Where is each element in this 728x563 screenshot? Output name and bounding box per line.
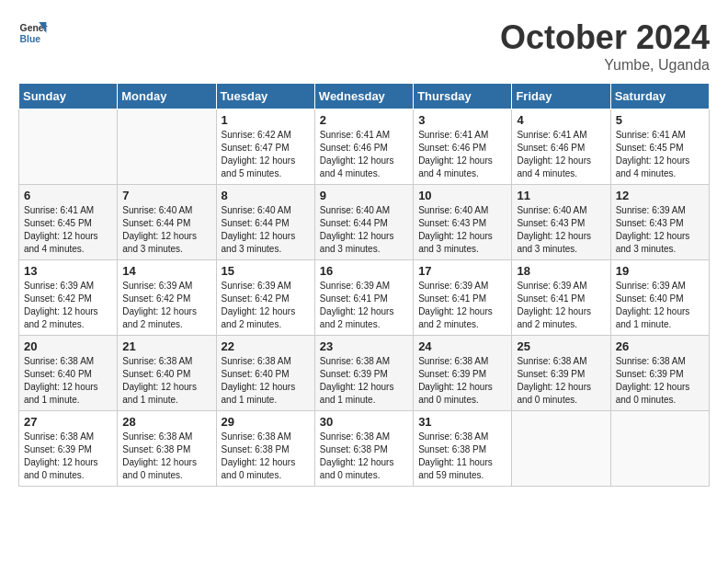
- calendar-cell: 30Sunrise: 6:38 AM Sunset: 6:38 PM Dayli…: [314, 411, 413, 487]
- calendar-cell: [118, 109, 216, 185]
- calendar-cell: 2Sunrise: 6:41 AM Sunset: 6:46 PM Daylig…: [314, 109, 413, 185]
- calendar-cell: 6Sunrise: 6:41 AM Sunset: 6:45 PM Daylig…: [19, 185, 118, 260]
- day-number: 15: [222, 264, 310, 278]
- cell-info: Sunrise: 6:40 AM Sunset: 6:44 PM Dayligh…: [320, 204, 408, 256]
- cell-info: Sunrise: 6:40 AM Sunset: 6:44 PM Dayligh…: [222, 204, 310, 256]
- day-number: 16: [320, 264, 408, 278]
- cell-info: Sunrise: 6:39 AM Sunset: 6:42 PM Dayligh…: [122, 280, 210, 331]
- title-block: October 2024 Yumbe, Uganda: [500, 18, 710, 74]
- calendar-cell: 9Sunrise: 6:40 AM Sunset: 6:44 PM Daylig…: [314, 185, 413, 260]
- day-number: 6: [24, 189, 112, 202]
- svg-text:Blue: Blue: [20, 34, 41, 44]
- cell-info: Sunrise: 6:38 AM Sunset: 6:38 PM Dayligh…: [418, 431, 506, 482]
- day-number: 30: [320, 415, 408, 429]
- weekday-header: Thursday: [414, 84, 512, 109]
- calendar-cell: 4Sunrise: 6:41 AM Sunset: 6:46 PM Daylig…: [512, 109, 610, 185]
- weekday-header: Saturday: [610, 84, 709, 109]
- weekday-header: Tuesday: [216, 84, 314, 109]
- calendar-table: SundayMondayTuesdayWednesdayThursdayFrid…: [18, 83, 710, 487]
- calendar-cell: 10Sunrise: 6:40 AM Sunset: 6:43 PM Dayli…: [414, 185, 512, 260]
- calendar-cell: 29Sunrise: 6:38 AM Sunset: 6:38 PM Dayli…: [216, 411, 314, 487]
- day-number: 28: [122, 415, 210, 429]
- location: Yumbe, Uganda: [500, 57, 710, 74]
- day-number: 22: [222, 339, 310, 353]
- cell-info: Sunrise: 6:39 AM Sunset: 6:43 PM Dayligh…: [616, 204, 704, 256]
- day-number: 8: [222, 189, 310, 202]
- day-number: 1: [222, 113, 310, 127]
- cell-info: Sunrise: 6:38 AM Sunset: 6:40 PM Dayligh…: [122, 355, 210, 407]
- cell-info: Sunrise: 6:38 AM Sunset: 6:39 PM Dayligh…: [320, 355, 408, 407]
- calendar-week-row: 6Sunrise: 6:41 AM Sunset: 6:45 PM Daylig…: [19, 185, 710, 260]
- day-number: 3: [418, 113, 506, 127]
- cell-info: Sunrise: 6:38 AM Sunset: 6:40 PM Dayligh…: [24, 355, 112, 407]
- cell-info: Sunrise: 6:41 AM Sunset: 6:45 PM Dayligh…: [24, 204, 112, 256]
- calendar-cell: 14Sunrise: 6:39 AM Sunset: 6:42 PM Dayli…: [118, 260, 216, 336]
- day-number: 23: [320, 339, 408, 353]
- cell-info: Sunrise: 6:38 AM Sunset: 6:39 PM Dayligh…: [418, 355, 506, 407]
- day-number: 7: [122, 189, 210, 202]
- cell-info: Sunrise: 6:39 AM Sunset: 6:40 PM Dayligh…: [616, 280, 704, 331]
- day-number: 2: [320, 113, 408, 127]
- calendar-week-row: 1Sunrise: 6:42 AM Sunset: 6:47 PM Daylig…: [19, 109, 710, 185]
- logo: General Blue: [18, 18, 48, 48]
- day-number: 17: [418, 264, 506, 278]
- day-number: 9: [320, 189, 408, 202]
- calendar-cell: 28Sunrise: 6:38 AM Sunset: 6:38 PM Dayli…: [118, 411, 216, 487]
- cell-info: Sunrise: 6:40 AM Sunset: 6:43 PM Dayligh…: [418, 204, 506, 256]
- calendar-cell: 19Sunrise: 6:39 AM Sunset: 6:40 PM Dayli…: [610, 260, 709, 336]
- day-number: 10: [418, 189, 506, 202]
- page-header: General Blue October 2024 Yumbe, Uganda: [18, 18, 710, 74]
- day-number: 4: [517, 113, 605, 127]
- calendar-cell: 3Sunrise: 6:41 AM Sunset: 6:46 PM Daylig…: [414, 109, 512, 185]
- calendar-cell: [610, 411, 709, 487]
- day-number: 11: [517, 189, 605, 202]
- calendar-cell: [512, 411, 610, 487]
- cell-info: Sunrise: 6:39 AM Sunset: 6:41 PM Dayligh…: [517, 280, 605, 331]
- calendar-cell: 20Sunrise: 6:38 AM Sunset: 6:40 PM Dayli…: [19, 336, 118, 411]
- weekday-header: Sunday: [19, 84, 118, 109]
- calendar-cell: 5Sunrise: 6:41 AM Sunset: 6:45 PM Daylig…: [610, 109, 709, 185]
- day-number: 18: [517, 264, 605, 278]
- cell-info: Sunrise: 6:38 AM Sunset: 6:38 PM Dayligh…: [222, 431, 310, 482]
- cell-info: Sunrise: 6:38 AM Sunset: 6:39 PM Dayligh…: [24, 431, 112, 482]
- calendar-cell: 23Sunrise: 6:38 AM Sunset: 6:39 PM Dayli…: [314, 336, 413, 411]
- calendar-cell: 11Sunrise: 6:40 AM Sunset: 6:43 PM Dayli…: [512, 185, 610, 260]
- cell-info: Sunrise: 6:38 AM Sunset: 6:39 PM Dayligh…: [517, 355, 605, 407]
- calendar-cell: 7Sunrise: 6:40 AM Sunset: 6:44 PM Daylig…: [118, 185, 216, 260]
- calendar-cell: 25Sunrise: 6:38 AM Sunset: 6:39 PM Dayli…: [512, 336, 610, 411]
- day-number: 26: [616, 339, 704, 353]
- calendar-cell: 12Sunrise: 6:39 AM Sunset: 6:43 PM Dayli…: [610, 185, 709, 260]
- month-title: October 2024: [500, 18, 710, 57]
- day-number: 12: [616, 189, 704, 202]
- cell-info: Sunrise: 6:38 AM Sunset: 6:38 PM Dayligh…: [320, 431, 408, 482]
- calendar-cell: 17Sunrise: 6:39 AM Sunset: 6:41 PM Dayli…: [414, 260, 512, 336]
- calendar-cell: 26Sunrise: 6:38 AM Sunset: 6:39 PM Dayli…: [610, 336, 709, 411]
- calendar-cell: 18Sunrise: 6:39 AM Sunset: 6:41 PM Dayli…: [512, 260, 610, 336]
- cell-info: Sunrise: 6:38 AM Sunset: 6:40 PM Dayligh…: [222, 355, 310, 407]
- calendar-cell: 8Sunrise: 6:40 AM Sunset: 6:44 PM Daylig…: [216, 185, 314, 260]
- cell-info: Sunrise: 6:41 AM Sunset: 6:46 PM Dayligh…: [418, 129, 506, 180]
- calendar-cell: 13Sunrise: 6:39 AM Sunset: 6:42 PM Dayli…: [19, 260, 118, 336]
- cell-info: Sunrise: 6:40 AM Sunset: 6:44 PM Dayligh…: [122, 204, 210, 256]
- calendar-cell: 22Sunrise: 6:38 AM Sunset: 6:40 PM Dayli…: [216, 336, 314, 411]
- day-number: 31: [418, 415, 506, 429]
- cell-info: Sunrise: 6:41 AM Sunset: 6:45 PM Dayligh…: [616, 129, 704, 180]
- day-number: 20: [24, 339, 112, 353]
- day-number: 14: [122, 264, 210, 278]
- cell-info: Sunrise: 6:38 AM Sunset: 6:38 PM Dayligh…: [122, 431, 210, 482]
- weekday-header: Friday: [512, 84, 610, 109]
- day-number: 29: [222, 415, 310, 429]
- day-number: 13: [24, 264, 112, 278]
- calendar-cell: [19, 109, 118, 185]
- calendar-cell: 27Sunrise: 6:38 AM Sunset: 6:39 PM Dayli…: [19, 411, 118, 487]
- calendar-week-row: 27Sunrise: 6:38 AM Sunset: 6:39 PM Dayli…: [19, 411, 710, 487]
- day-number: 19: [616, 264, 704, 278]
- cell-info: Sunrise: 6:42 AM Sunset: 6:47 PM Dayligh…: [222, 129, 310, 180]
- calendar-cell: 31Sunrise: 6:38 AM Sunset: 6:38 PM Dayli…: [414, 411, 512, 487]
- day-number: 25: [517, 339, 605, 353]
- calendar-cell: 15Sunrise: 6:39 AM Sunset: 6:42 PM Dayli…: [216, 260, 314, 336]
- day-number: 27: [24, 415, 112, 429]
- calendar-week-row: 13Sunrise: 6:39 AM Sunset: 6:42 PM Dayli…: [19, 260, 710, 336]
- calendar-week-row: 20Sunrise: 6:38 AM Sunset: 6:40 PM Dayli…: [19, 336, 710, 411]
- cell-info: Sunrise: 6:41 AM Sunset: 6:46 PM Dayligh…: [320, 129, 408, 180]
